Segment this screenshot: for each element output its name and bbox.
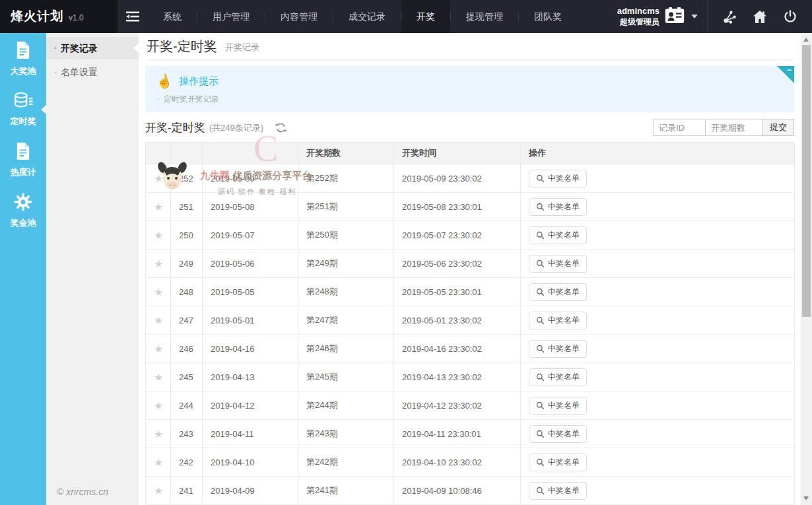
favorite-star-icon[interactable]: ★	[154, 230, 163, 241]
favorite-star-icon[interactable]: ★	[154, 372, 163, 383]
record-date-cell: 2019-04-09	[203, 477, 298, 505]
col-header-date	[203, 143, 298, 164]
col-header-favorite	[146, 143, 171, 164]
winner-list-button[interactable]: 中奖名单	[529, 255, 587, 273]
share-network-icon[interactable]	[714, 0, 745, 33]
nav-item-system[interactable]: 系统	[148, 0, 197, 33]
main-content: 开奖-定时奖 开奖记录 ☝ 操作提示 定时奖开奖记录 − 开奖-定时奖 (共24…	[139, 33, 801, 505]
draw-time-cell: 2019-05-08 23:30:01	[394, 193, 521, 221]
record-date-cell: 2019-04-10	[203, 448, 298, 477]
draw-time-cell: 2019-04-13 23:30:02	[394, 363, 521, 391]
scroll-up-icon[interactable]	[803, 38, 809, 42]
record-id-cell: 242	[171, 448, 203, 477]
record-date-cell: 2019-05-06	[203, 250, 298, 278]
winner-list-button[interactable]: 中奖名单	[529, 312, 587, 329]
vertical-scrollbar[interactable]	[801, 33, 812, 505]
winner-list-button[interactable]: 中奖名单	[529, 340, 587, 358]
winner-list-button[interactable]: 中奖名单	[529, 397, 587, 415]
scroll-down-icon[interactable]	[803, 496, 809, 500]
nav-item-transaction-records[interactable]: 成交记录	[333, 0, 401, 33]
winner-list-button[interactable]: 中奖名单	[529, 283, 587, 301]
favorite-star-icon[interactable]: ★	[154, 485, 163, 496]
sidebar-item-grand-prize-pool[interactable]: 大奖池	[0, 33, 46, 84]
page-title: 开奖-定时奖	[147, 38, 217, 55]
winner-list-label: 中奖名单	[548, 485, 580, 496]
winner-list-label: 中奖名单	[548, 457, 580, 468]
draw-time-cell: 2019-04-16 23:30:02	[394, 335, 521, 363]
brand-version: v1.0	[69, 13, 84, 22]
power-logout-icon[interactable]	[775, 0, 805, 33]
sidebar-toggle-icon[interactable]	[118, 0, 148, 33]
issue-number-cell: 第250期	[298, 221, 394, 250]
winner-list-label: 中奖名单	[548, 201, 580, 213]
home-icon[interactable]	[745, 0, 775, 33]
sidebar-item-heat-meter[interactable]: 热度计	[0, 134, 46, 185]
winner-list-button[interactable]: 中奖名单	[529, 368, 587, 386]
winner-list-label: 中奖名单	[548, 286, 580, 298]
nav-item-team-award[interactable]: 团队奖	[519, 0, 577, 33]
secondary-sidebar: 开奖记录 名单设置 © xnrcms.cn	[46, 33, 139, 505]
record-id-cell: 246	[171, 335, 203, 363]
sidebar-item-bonus-pool[interactable]: 奖金池	[0, 185, 46, 236]
sidebar-item-label: 定时奖	[11, 116, 36, 127]
table-row: ★ 248 2019-05-05 第248期 2019-05-05 23:30:…	[146, 278, 795, 306]
nav-item-lottery-draw[interactable]: 开奖	[401, 0, 450, 33]
refresh-icon[interactable]	[275, 122, 287, 133]
top-navbar: 烽火计划 v1.0 系统 用户管理 内容管理 成交记录 开奖 提现管理 团队奖	[0, 0, 812, 33]
user-menu[interactable]: admincms 超级管理员	[617, 6, 707, 26]
sidebar-item-label: 奖金池	[11, 217, 36, 229]
favorite-star-icon[interactable]: ★	[154, 400, 163, 411]
submenu-item-list-settings[interactable]: 名单设置	[46, 61, 139, 83]
table-row: ★ 242 2019-04-10 第242期 2019-04-10 23:30:…	[146, 448, 795, 477]
issue-number-cell: 第243期	[298, 420, 394, 448]
sidebar-item-timed-award[interactable]: 定时奖	[0, 84, 46, 134]
nav-item-content-management[interactable]: 内容管理	[265, 0, 333, 33]
primary-sidebar: 大奖池 定时奖 热度计	[0, 33, 46, 505]
draw-time-cell: 2019-04-12 23:30:02	[394, 391, 521, 420]
draw-records-table: 开奖期数 开奖时间 操作 ★ 252 2019-05-09 第252期 2019…	[145, 142, 795, 505]
table-row: ★ 247 2019-05-01 第247期 2019-05-01 23:30:…	[146, 306, 795, 335]
favorite-star-icon[interactable]: ★	[154, 201, 163, 213]
favorite-star-icon[interactable]: ★	[154, 258, 163, 269]
record-id-input[interactable]	[653, 119, 706, 136]
favorite-star-icon[interactable]: ★	[154, 457, 163, 468]
gear-icon	[14, 193, 32, 214]
scrollbar-thumb[interactable]	[802, 45, 811, 317]
draw-time-cell: 2019-04-11 23:30:01	[394, 420, 521, 448]
submenu-item-draw-records[interactable]: 开奖记录	[46, 37, 139, 59]
record-id-cell: 251	[171, 193, 203, 221]
submit-button[interactable]: 提交	[762, 119, 794, 136]
favorite-star-icon[interactable]: ★	[154, 286, 163, 298]
col-header-issue: 开奖期数	[298, 143, 394, 164]
table-row: ★ 252 2019-05-09 第252期 2019-05-09 23:30:…	[146, 164, 795, 193]
draw-time-cell: 2019-05-06 23:30:02	[394, 250, 521, 278]
issue-number-input[interactable]	[705, 119, 763, 136]
navbar-right: admincms 超级管理员	[617, 0, 812, 33]
copyright-text: © xnrcms.cn	[57, 487, 108, 497]
search-icon	[536, 487, 545, 495]
winner-list-button[interactable]: 中奖名单	[529, 170, 587, 187]
issue-number-cell: 第244期	[298, 391, 394, 420]
nav-item-withdrawal-management[interactable]: 提现管理	[451, 0, 518, 33]
winner-list-button[interactable]: 中奖名单	[529, 425, 587, 443]
record-date-cell: 2019-05-09	[203, 164, 298, 193]
draw-time-cell: 2019-05-09 23:30:02	[394, 164, 521, 193]
winner-list-label: 中奖名单	[548, 315, 580, 326]
favorite-star-icon[interactable]: ★	[154, 173, 163, 184]
issue-number-cell: 第246期	[298, 335, 394, 363]
issue-number-cell: 第252期	[298, 164, 394, 193]
winner-list-button[interactable]: 中奖名单	[529, 198, 587, 216]
favorite-star-icon[interactable]: ★	[154, 315, 163, 326]
search-icon	[536, 259, 545, 268]
nav-item-user-management[interactable]: 用户管理	[197, 0, 265, 33]
favorite-star-icon[interactable]: ★	[154, 428, 163, 440]
col-header-actions: 操作	[521, 143, 795, 164]
search-icon	[536, 430, 545, 438]
favorite-star-icon[interactable]: ★	[154, 343, 163, 354]
winner-list-button[interactable]: 中奖名单	[529, 482, 587, 500]
winner-list-button[interactable]: 中奖名单	[529, 454, 587, 471]
main-menu: 系统 用户管理 内容管理 成交记录 开奖 提现管理 团队奖	[148, 0, 577, 33]
draw-time-cell: 2019-05-01 23:30:02	[394, 306, 521, 335]
winner-list-button[interactable]: 中奖名单	[529, 226, 587, 244]
table-row: ★ 250 2019-05-07 第250期 2019-05-07 23:30:…	[146, 221, 795, 250]
